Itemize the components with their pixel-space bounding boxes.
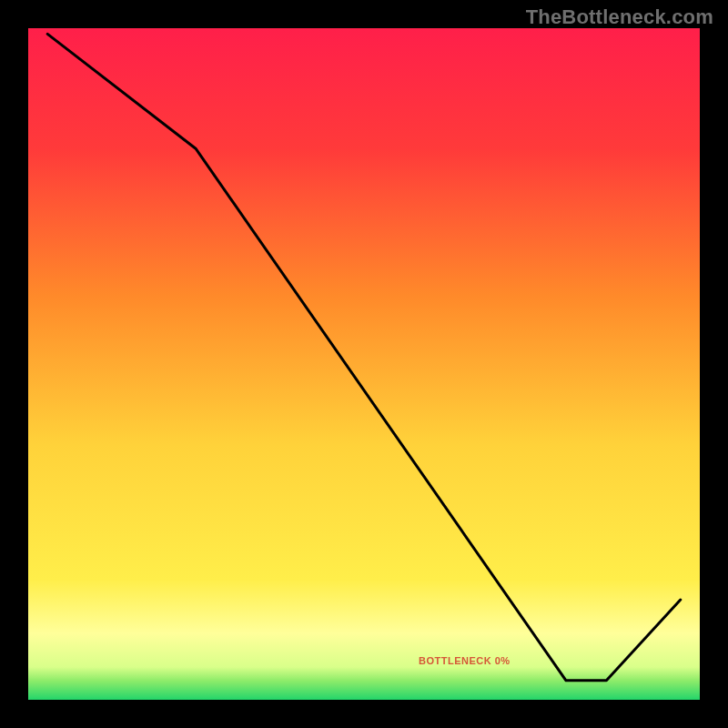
optimum-label: BOTTLENECK 0% — [419, 655, 511, 666]
bottleneck-chart-svg — [27, 27, 701, 701]
watermark-text: TheBottleneck.com — [526, 5, 713, 29]
plot-area — [27, 27, 701, 701]
chart-frame: TheBottleneck.com — [0, 0, 728, 728]
gradient-background — [27, 27, 701, 701]
